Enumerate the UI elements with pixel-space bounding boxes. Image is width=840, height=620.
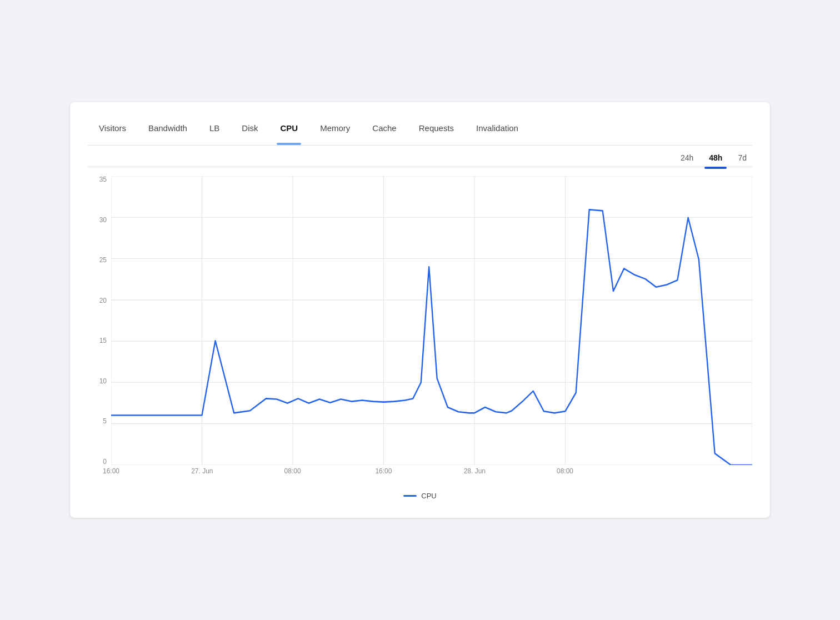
y-axis-labels: 0 5 10 15 20 25 30 35 xyxy=(88,176,111,465)
tab-visitors[interactable]: Visitors xyxy=(88,118,137,138)
tab-divider xyxy=(88,145,752,146)
chart-legend: CPU xyxy=(88,492,752,500)
y-label-30: 30 xyxy=(88,217,111,223)
y-label-25: 25 xyxy=(88,257,111,263)
x-label-0800a: 08:00 xyxy=(284,467,301,475)
chart-svg xyxy=(111,176,752,465)
x-label-1600b: 16:00 xyxy=(375,467,392,475)
time-btn-24h[interactable]: 24h xyxy=(675,151,699,164)
y-label-5: 5 xyxy=(88,418,111,424)
x-label-27jun: 27. Jun xyxy=(191,467,213,475)
tab-bar: Visitors Bandwidth LB Disk CPU Memory Ca… xyxy=(88,118,752,138)
y-label-10: 10 xyxy=(88,378,111,384)
tab-memory[interactable]: Memory xyxy=(309,118,361,138)
y-label-0: 0 xyxy=(88,458,111,465)
x-label-28jun: 28. Jun xyxy=(464,467,486,475)
time-btn-48h[interactable]: 48h xyxy=(703,151,728,164)
time-controls: 24h 48h 7d xyxy=(88,146,752,167)
tab-lb[interactable]: LB xyxy=(198,118,231,138)
x-label-0800b: 08:00 xyxy=(557,467,573,475)
time-divider xyxy=(88,167,752,167)
tab-bandwidth[interactable]: Bandwidth xyxy=(137,118,198,138)
tab-requests[interactable]: Requests xyxy=(408,118,465,138)
chart-area: 0 5 10 15 20 25 30 35 xyxy=(88,176,752,487)
x-axis-labels: 16:00 27. Jun 08:00 16:00 28. Jun 08:00 xyxy=(111,467,752,487)
chart-inner xyxy=(111,176,752,465)
main-card: Visitors Bandwidth LB Disk CPU Memory Ca… xyxy=(70,102,770,518)
legend-line-icon xyxy=(403,495,417,497)
y-label-20: 20 xyxy=(88,297,111,304)
tab-invalidation[interactable]: Invalidation xyxy=(465,118,529,138)
cpu-line xyxy=(111,209,752,465)
tab-disk[interactable]: Disk xyxy=(231,118,269,138)
time-btn-7d[interactable]: 7d xyxy=(732,151,752,164)
tab-cache[interactable]: Cache xyxy=(361,118,407,138)
legend-label: CPU xyxy=(421,492,436,500)
tab-cpu[interactable]: CPU xyxy=(269,118,309,138)
y-label-15: 15 xyxy=(88,337,111,344)
y-label-35: 35 xyxy=(88,176,111,183)
x-label-1600: 16:00 xyxy=(103,467,119,475)
